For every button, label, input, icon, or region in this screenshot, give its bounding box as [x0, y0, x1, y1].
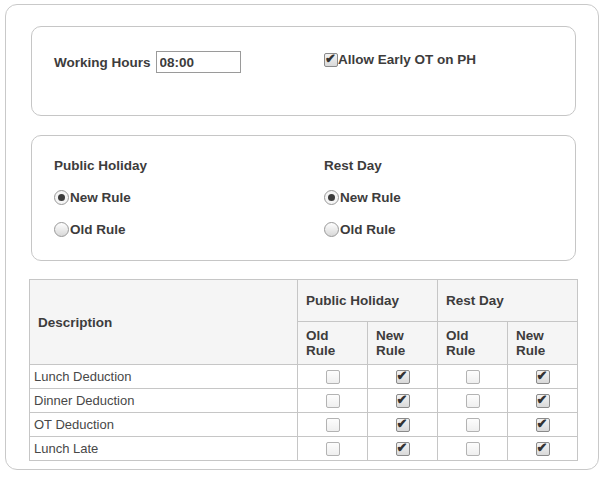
public-holiday-section: Public Holiday New Rule Old Rule: [54, 158, 147, 237]
dinner-deduction-rd-old-checkbox[interactable]: [466, 394, 480, 408]
allow-early-ot-label: Allow Early OT on PH: [338, 52, 476, 67]
description-header: Description: [30, 280, 298, 365]
rest-day-title: Rest Day: [324, 158, 401, 173]
rest-day-new-rule-radio[interactable]: [324, 190, 339, 205]
rest-day-new-rule-label: New Rule: [340, 190, 401, 205]
row-description: Lunch Late: [30, 437, 298, 461]
ot-deduction-ph-new-checkbox[interactable]: [396, 418, 410, 432]
lunch-deduction-ph-old-checkbox[interactable]: [326, 370, 340, 384]
row-description: OT Deduction: [30, 413, 298, 437]
row-description: Lunch Deduction: [30, 365, 298, 389]
table-row: OT Deduction: [30, 413, 578, 437]
row-description: Dinner Deduction: [30, 389, 298, 413]
rest-day-old-rule-label: Old Rule: [340, 222, 396, 237]
public-holiday-old-rule-label: Old Rule: [70, 222, 126, 237]
lunch-late-rd-old-checkbox[interactable]: [466, 442, 480, 456]
rules-panel: Public Holiday New Rule Old Rule Rest Da…: [31, 135, 576, 261]
ot-deduction-ph-old-checkbox[interactable]: [326, 418, 340, 432]
dinner-deduction-ph-old-checkbox[interactable]: [326, 394, 340, 408]
rd-new-rule-header: New Rule: [508, 322, 578, 365]
table-row: Lunch Deduction: [30, 365, 578, 389]
rd-old-rule-header: Old Rule: [438, 322, 508, 365]
settings-container: Working Hours Allow Early OT on PH Publi…: [5, 4, 599, 470]
ph-new-rule-header: New Rule: [368, 322, 438, 365]
allow-early-ot-checkbox[interactable]: [324, 53, 338, 67]
dinner-deduction-rd-new-checkbox[interactable]: [536, 394, 550, 408]
public-holiday-title: Public Holiday: [54, 158, 147, 173]
lunch-deduction-ph-new-checkbox[interactable]: [396, 370, 410, 384]
dinner-deduction-ph-new-checkbox[interactable]: [396, 394, 410, 408]
public-holiday-new-rule-radio[interactable]: [54, 190, 69, 205]
public-holiday-old-rule-radio[interactable]: [54, 222, 69, 237]
lunch-deduction-rd-new-checkbox[interactable]: [536, 370, 550, 384]
deduction-rules-table: Description Public Holiday Rest Day Old …: [29, 279, 578, 461]
table-row: Lunch Late: [30, 437, 578, 461]
lunch-late-ph-old-checkbox[interactable]: [326, 442, 340, 456]
lunch-late-ph-new-checkbox[interactable]: [396, 442, 410, 456]
working-hours-label: Working Hours: [54, 55, 151, 70]
working-hours-input[interactable]: [156, 51, 241, 73]
public-holiday-new-rule-label: New Rule: [70, 190, 131, 205]
lunch-deduction-rd-old-checkbox[interactable]: [466, 370, 480, 384]
rest-day-group-header: Rest Day: [438, 280, 578, 322]
ot-deduction-rd-old-checkbox[interactable]: [466, 418, 480, 432]
ot-deduction-rd-new-checkbox[interactable]: [536, 418, 550, 432]
lunch-late-rd-new-checkbox[interactable]: [536, 442, 550, 456]
rest-day-old-rule-radio[interactable]: [324, 222, 339, 237]
table-row: Dinner Deduction: [30, 389, 578, 413]
public-holiday-group-header: Public Holiday: [298, 280, 438, 322]
working-hours-panel: Working Hours Allow Early OT on PH: [31, 26, 576, 116]
rest-day-section: Rest Day New Rule Old Rule: [324, 158, 401, 237]
ph-old-rule-header: Old Rule: [298, 322, 368, 365]
